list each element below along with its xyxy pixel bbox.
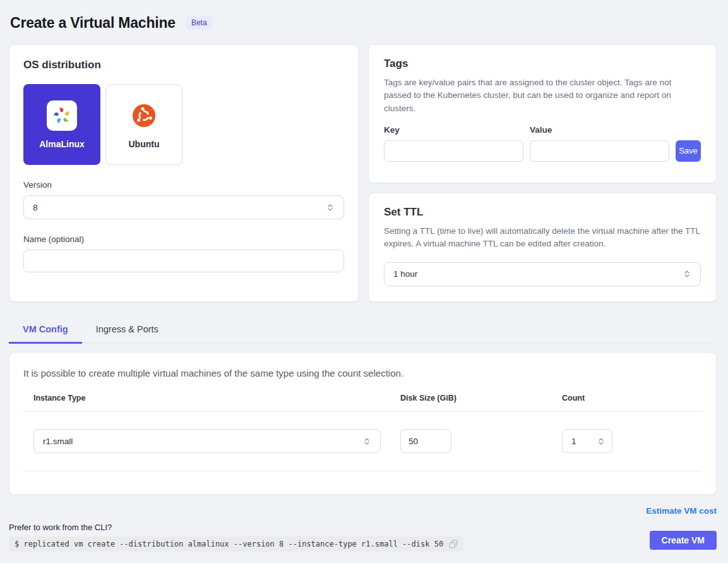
- right-column: Tags Tags are key/value pairs that are a…: [368, 44, 717, 302]
- instance-type-cell: r1.small: [33, 429, 400, 453]
- os-card-title: OS distribution: [23, 59, 344, 71]
- vm-table-header: Instance Type Disk Size (GiB) Count: [23, 394, 702, 412]
- ttl-card-title: Set TTL: [384, 206, 701, 219]
- column-header-count: Count: [562, 394, 692, 403]
- page-header: Create a Virtual Machine Beta: [0, 0, 728, 35]
- os-tile-label: Ubuntu: [129, 139, 160, 149]
- column-header-disk-size: Disk Size (GiB): [400, 394, 562, 403]
- os-tiles: AlmaLinux Ubuntu: [23, 84, 344, 165]
- tags-card-title: Tags: [384, 58, 701, 70]
- os-tile-ubuntu[interactable]: Ubuntu: [105, 84, 182, 165]
- page-footer: Estimate VM cost Prefer to work from the…: [9, 505, 717, 552]
- disk-size-input[interactable]: [400, 429, 451, 453]
- beta-badge: Beta: [186, 16, 213, 30]
- almalinux-logo-icon: [47, 100, 77, 131]
- instance-type-value: r1.small: [43, 437, 73, 446]
- name-input[interactable]: [23, 250, 344, 272]
- page-title: Create a Virtual Machine: [10, 15, 176, 32]
- tag-value-label: Value: [530, 125, 669, 135]
- os-tile-almalinux[interactable]: AlmaLinux: [23, 84, 100, 165]
- config-tabs: VM Config Ingress & Ports: [9, 316, 717, 343]
- column-header-instance-type: Instance Type: [33, 394, 400, 403]
- chevron-up-down-icon: [326, 203, 335, 212]
- vm-config-card: It is possible to create multiple virtua…: [9, 352, 717, 495]
- cli-command-text: $ replicated vm create --distribution al…: [15, 540, 443, 548]
- tags-card-description: Tags are key/value pairs that are assign…: [384, 76, 701, 115]
- tag-key-column: Key: [384, 125, 523, 162]
- create-vm-button[interactable]: Create VM: [650, 531, 717, 550]
- chevron-up-down-icon: [362, 437, 371, 446]
- vm-table: Instance Type Disk Size (GiB) Count r1.s…: [23, 394, 702, 471]
- tab-vm-config[interactable]: VM Config: [9, 316, 82, 344]
- chevron-up-down-icon: [683, 269, 691, 279]
- estimate-row: Estimate VM cost: [9, 505, 717, 516]
- ubuntu-logo-icon: [129, 100, 159, 131]
- ttl-select[interactable]: 1 hour: [384, 262, 701, 286]
- tag-input-row: Key Value Save: [384, 125, 701, 162]
- version-label: Version: [23, 180, 344, 190]
- count-value: 1: [571, 437, 576, 446]
- version-select-value: 8: [33, 203, 38, 212]
- ttl-card-description: Setting a TTL (time to live) will automa…: [384, 225, 701, 251]
- os-distribution-card: OS distribution AlmaLinux: [9, 44, 359, 302]
- count-stepper[interactable]: 1: [562, 429, 612, 453]
- name-label: Name (optional): [23, 234, 344, 244]
- tag-value-input[interactable]: [530, 140, 669, 162]
- tag-key-label: Key: [384, 125, 523, 135]
- footer-actions-row: Prefer to work from the CLI? $ replicate…: [9, 523, 717, 552]
- vm-config-note: It is possible to create multiple virtua…: [23, 368, 702, 378]
- copy-icon[interactable]: [449, 540, 458, 548]
- cli-command-block: $ replicated vm create --distribution al…: [9, 536, 463, 552]
- instance-type-select[interactable]: r1.small: [33, 429, 381, 453]
- count-cell: 1: [562, 429, 692, 453]
- top-cards-row: OS distribution AlmaLinux: [9, 44, 717, 302]
- tag-key-input[interactable]: [384, 140, 523, 162]
- cli-prompt-label: Prefer to work from the CLI?: [9, 523, 463, 532]
- set-ttl-card: Set TTL Setting a TTL (time to live) wil…: [368, 193, 717, 302]
- cli-section: Prefer to work from the CLI? $ replicate…: [9, 523, 463, 552]
- tag-value-column: Value: [530, 125, 669, 162]
- os-tile-label: AlmaLinux: [39, 139, 85, 149]
- disk-size-cell: [400, 429, 562, 453]
- vm-table-row: r1.small 1: [23, 412, 702, 471]
- save-tag-button[interactable]: Save: [676, 140, 701, 162]
- ttl-select-value: 1 hour: [393, 269, 417, 279]
- tab-ingress-ports[interactable]: Ingress & Ports: [82, 316, 172, 344]
- version-select[interactable]: 8: [23, 195, 344, 219]
- chevron-up-down-icon: [597, 437, 606, 446]
- estimate-vm-cost-link[interactable]: Estimate VM cost: [646, 506, 717, 516]
- tags-card: Tags Tags are key/value pairs that are a…: [368, 44, 717, 183]
